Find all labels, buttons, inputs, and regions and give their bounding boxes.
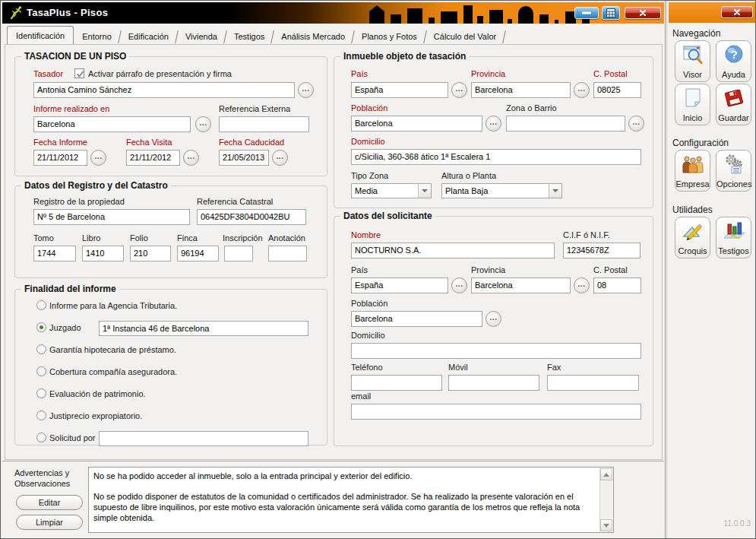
- fecha-informe-browse-button[interactable]: ...: [90, 150, 106, 166]
- solicitante-poblacion-input[interactable]: Barcelona: [351, 311, 482, 327]
- solicitante-cpostal-input[interactable]: 08: [593, 277, 641, 293]
- inmueble-poblacion-input[interactable]: Barcelona: [351, 116, 482, 132]
- tab-testigos[interactable]: Testigos: [226, 29, 273, 45]
- opciones-button[interactable]: Opciones: [716, 150, 751, 192]
- radio-agencia-tributaria-label[interactable]: Informe para la Agencia Tributaria.: [49, 301, 177, 311]
- radio-garantia-hipotecaria[interactable]: [36, 344, 46, 354]
- tab-identificacion[interactable]: Identificación: [7, 26, 74, 45]
- inscripcion-input[interactable]: [224, 246, 253, 262]
- telefono-input[interactable]: [351, 375, 442, 391]
- tipo-zona-label: Tipo Zona: [351, 171, 388, 181]
- radio-cobertura-aseguradora[interactable]: [36, 366, 46, 376]
- tab-planos-y-fotos[interactable]: Planos y Fotos: [353, 29, 425, 45]
- fecha-informe-input[interactable]: 21/11/2012: [33, 150, 87, 166]
- scroll-up-button[interactable]: [600, 468, 612, 480]
- testigos-button[interactable]: Testigos: [716, 217, 751, 258]
- solicitante-provincia-input[interactable]: Barcelona: [471, 277, 571, 293]
- solicitud-por-input[interactable]: [99, 431, 308, 446]
- radio-garantia-hipotecaria-label[interactable]: Garantía hipotecaria de préstamo.: [49, 345, 176, 355]
- cif-nif-input[interactable]: 12345678Z: [563, 243, 641, 258]
- observaciones-textarea[interactable]: No se ha podido acceder al inmueble, sol…: [88, 467, 614, 533]
- visor-icon: [681, 43, 705, 66]
- anotacion-input[interactable]: [268, 246, 307, 262]
- referencia-catastral-input[interactable]: 06425DF3804D0042BU: [197, 209, 306, 225]
- inmueble-provincia-input[interactable]: Barcelona: [471, 82, 571, 98]
- inmueble-pais-input[interactable]: España: [351, 82, 448, 98]
- informe-realizado-input[interactable]: Barcelona: [33, 116, 191, 132]
- solicitante-pais-input[interactable]: España: [351, 277, 448, 293]
- tasador-browse-button[interactable]: ...: [298, 82, 314, 98]
- firma-checkbox[interactable]: [74, 68, 84, 78]
- croquis-button[interactable]: Croquis: [675, 217, 710, 258]
- folio-input[interactable]: 210: [130, 246, 171, 262]
- inmueble-domicilio-input[interactable]: c/Sicilia, 360-368 ático 1ª Escalera 1: [351, 149, 641, 165]
- fax-input[interactable]: [547, 375, 639, 391]
- solicitante-poblacion-label: Población: [351, 299, 387, 309]
- radio-solicitud-por[interactable]: [36, 433, 46, 442]
- solicitante-provincia-label: Provincia: [471, 265, 505, 275]
- movil-input[interactable]: [448, 375, 539, 391]
- visor-button[interactable]: Visor: [675, 40, 710, 82]
- radio-evaluacion-patrimonio-label[interactable]: Evaluación de patrimonio.: [49, 389, 146, 399]
- radio-justiprecio-label[interactable]: Justiprecio expropiatorio.: [49, 411, 142, 421]
- solicitante-nombre-input[interactable]: NOCTURNO S.A.: [351, 243, 555, 258]
- informe-realizado-browse-button[interactable]: ...: [195, 116, 211, 132]
- radio-cobertura-aseguradora-label[interactable]: Cobertura compañía aseguradora.: [49, 367, 177, 377]
- tasador-input[interactable]: Antonia Camino Sánchez: [33, 82, 295, 98]
- tomo-input[interactable]: 1744: [33, 246, 76, 262]
- radio-juzgado-label[interactable]: Juzgado: [49, 323, 81, 333]
- libro-input[interactable]: 1410: [82, 246, 124, 262]
- referencia-externa-input[interactable]: [219, 116, 309, 132]
- sidebar-close-button[interactable]: [721, 6, 753, 18]
- tab-entorno[interactable]: Entorno: [74, 29, 120, 45]
- tipo-zona-dropdown-button[interactable]: [418, 184, 431, 198]
- chevron-down-icon: [422, 189, 428, 192]
- ayuda-button[interactable]: ? Ayuda: [716, 40, 751, 82]
- inmueble-poblacion-label: Población: [351, 103, 387, 113]
- empresa-button[interactable]: Empresa: [675, 150, 710, 192]
- radio-juzgado[interactable]: [36, 322, 46, 332]
- solicitante-pais-browse-button[interactable]: ...: [451, 277, 467, 293]
- registro-propiedad-input[interactable]: Nº 5 de Barcelona: [33, 209, 190, 225]
- fecha-visita-input[interactable]: 21/11/2012: [126, 150, 180, 166]
- finca-input[interactable]: 96194: [177, 246, 219, 262]
- scrollbar[interactable]: [599, 468, 612, 531]
- sidebar-titlebar[interactable]: [669, 2, 756, 23]
- juzgado-input[interactable]: 1ª Instancia 46 de Barcelona: [99, 321, 308, 336]
- solicitante-poblacion-browse-button[interactable]: ...: [486, 311, 501, 327]
- limpiar-button[interactable]: Limpiar: [16, 515, 83, 530]
- close-button[interactable]: [625, 7, 661, 19]
- inmueble-zona-browse-button[interactable]: ...: [628, 116, 644, 132]
- guardar-button-label: Guardar: [716, 113, 751, 122]
- scroll-down-button[interactable]: [600, 519, 612, 531]
- inmueble-poblacion-browse-button[interactable]: ...: [486, 116, 501, 132]
- editar-button[interactable]: Editar: [16, 495, 83, 510]
- inmueble-pais-browse-button[interactable]: ...: [451, 82, 467, 98]
- tab-calculo-del-valor[interactable]: Cálculo del Valor: [425, 29, 505, 45]
- altura-planta-dropdown[interactable]: Planta Baja: [441, 183, 562, 198]
- radio-solicitud-por-label[interactable]: Solicitud por: [49, 433, 96, 443]
- inmueble-zona-input[interactable]: [506, 116, 625, 132]
- tab-vivienda[interactable]: Vivienda: [177, 29, 226, 45]
- inmueble-provincia-browse-button[interactable]: ...: [574, 82, 590, 98]
- guardar-button[interactable]: Guardar: [716, 84, 751, 125]
- tab-analisis-mercado[interactable]: Análisis Mercado: [273, 29, 353, 45]
- tipo-zona-dropdown[interactable]: Media: [351, 183, 432, 198]
- fecha-caducidad-input[interactable]: 21/05/2013: [219, 150, 269, 166]
- radio-justiprecio[interactable]: [36, 411, 46, 420]
- inmueble-cpostal-input[interactable]: 08025: [593, 82, 641, 98]
- minimize-button[interactable]: [574, 7, 599, 19]
- calculator-button[interactable]: [602, 6, 620, 20]
- radio-agencia-tributaria[interactable]: [36, 300, 46, 310]
- fecha-visita-browse-button[interactable]: ...: [183, 150, 199, 166]
- solicitante-domicilio-input[interactable]: [351, 343, 641, 359]
- email-input[interactable]: [351, 404, 641, 420]
- inicio-button[interactable]: Inicio: [675, 84, 710, 125]
- altura-planta-dropdown-button[interactable]: [549, 184, 561, 198]
- radio-evaluacion-patrimonio[interactable]: [36, 388, 46, 398]
- fecha-caducidad-browse-button[interactable]: ...: [272, 150, 288, 166]
- titlebar[interactable]: TasaPlus - Pisos: [2, 2, 664, 24]
- firma-checkbox-label[interactable]: Activar párrafo de presentación y firma: [88, 69, 232, 79]
- solicitante-provincia-browse-button[interactable]: ...: [574, 277, 590, 293]
- tab-edificacion[interactable]: Edificación: [120, 29, 177, 45]
